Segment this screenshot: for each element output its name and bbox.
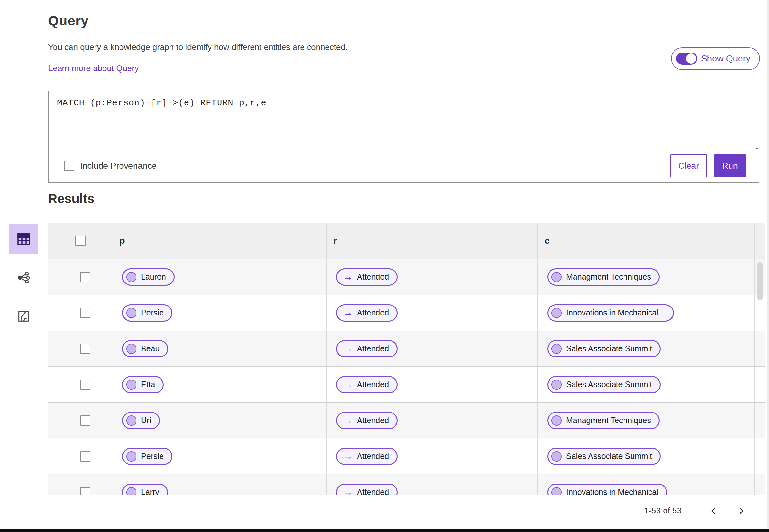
cell-r: → Attended [326, 295, 537, 331]
column-header-r[interactable]: r [326, 223, 537, 259]
row-checkbox[interactable] [80, 487, 90, 495]
entity-pill[interactable]: Managment Techniques [547, 268, 660, 286]
clear-button[interactable]: Clear [670, 154, 707, 177]
include-provenance-label: Include Provenance [80, 161, 157, 171]
row-checkbox[interactable] [80, 308, 90, 318]
row-checkbox[interactable] [80, 344, 90, 354]
cell-r: → Attended [326, 367, 537, 402]
table-row[interactable]: Lauren → Attended Managment Techniques [48, 259, 765, 295]
entity-node-icon [126, 272, 136, 282]
entity-node-icon [126, 344, 136, 354]
next-page-button[interactable] [734, 504, 748, 518]
query-panel: MATCH (p:Person)-[r]->(e) RETURN p,r,e I… [48, 91, 759, 183]
cell-p: Larry [112, 474, 326, 495]
relation-label: Attended [357, 344, 389, 353]
row-gutter [754, 474, 765, 495]
relation-arrow-icon: → [343, 308, 352, 318]
entity-label: Uri [141, 416, 151, 425]
show-query-toggle[interactable]: Show Query [671, 47, 760, 70]
entity-pill[interactable]: Lauren [122, 268, 175, 286]
toggle-switch-icon[interactable] [676, 53, 697, 65]
table-view-button[interactable] [9, 224, 38, 254]
cell-p: Persie [112, 295, 326, 331]
cell-p: Persie [112, 438, 326, 474]
row-checkbox[interactable] [80, 272, 90, 282]
entity-pill[interactable]: Sales Associate Summit [547, 376, 661, 393]
run-button[interactable]: Run [714, 154, 746, 177]
entity-pill[interactable]: Beau [122, 340, 168, 357]
entity-label: Persie [141, 452, 164, 461]
table-row[interactable]: Larry → Attended Innovations in Mechanic… [48, 474, 765, 495]
relation-pill[interactable]: → Attended [336, 448, 398, 465]
entity-pill[interactable]: Innovations in Mechanical... [547, 304, 674, 322]
entity-pill[interactable]: Uri [122, 412, 160, 429]
entity-node-icon [126, 308, 136, 318]
entity-pill[interactable]: Managment Techniques [547, 412, 660, 429]
entity-pill[interactable]: Larry [122, 484, 168, 495]
relation-pill[interactable]: → Attended [336, 484, 398, 495]
entity-pill[interactable]: Etta [122, 376, 164, 393]
table-row[interactable]: Beau → Attended Sales Associate Summit [48, 331, 765, 367]
results-table: p r e Lauren → Attended [48, 223, 765, 527]
query-panel-footer: Include Provenance Clear Run [49, 150, 759, 182]
table-row[interactable]: Etta → Attended Sales Associate Summit [48, 367, 765, 403]
entity-pill[interactable]: Innovations in Mechanical [547, 484, 667, 495]
pagination-range-label: 1-53 of 53 [644, 506, 682, 516]
relation-arrow-icon: → [343, 272, 352, 282]
entity-pill[interactable]: Sales Associate Summit [547, 448, 661, 465]
relation-arrow-icon: → [343, 380, 352, 390]
row-checkbox[interactable] [80, 451, 90, 462]
relation-label: Attended [357, 272, 389, 282]
entity-label: Etta [141, 380, 155, 389]
header-gutter [754, 223, 765, 259]
chart-icon [16, 309, 31, 323]
cell-r: → Attended [326, 474, 537, 495]
cell-p: Etta [112, 367, 326, 402]
toggle-knob [686, 53, 696, 64]
select-all-checkbox[interactable] [75, 236, 86, 246]
cell-e: Sales Associate Summit [537, 331, 754, 366]
previous-page-button[interactable] [707, 504, 721, 518]
row-checkbox[interactable] [80, 415, 90, 426]
entity-label: Beau [141, 344, 159, 353]
column-header-p[interactable]: p [112, 223, 326, 259]
table-row[interactable]: Persie → Attended Sales Associate Summit [48, 438, 765, 474]
table-row[interactable]: Uri → Attended Managment Techniques [48, 403, 765, 438]
relation-pill[interactable]: → Attended [336, 268, 398, 286]
relation-pill[interactable]: → Attended [336, 376, 398, 393]
relation-arrow-icon: → [343, 487, 352, 495]
cell-p: Uri [112, 403, 326, 438]
table-scrollbar-thumb[interactable] [757, 262, 763, 300]
column-header-e[interactable]: e [537, 223, 754, 259]
cell-r: → Attended [326, 259, 537, 295]
row-gutter [754, 403, 765, 438]
relation-pill[interactable]: → Attended [336, 304, 398, 322]
entity-label: Persie [141, 308, 164, 317]
entity-node-icon [552, 487, 562, 495]
row-gutter [754, 367, 765, 402]
query-page: Query You can query a knowledge graph to… [0, 0, 769, 532]
chart-view-button[interactable] [9, 301, 38, 331]
entity-node-icon [552, 415, 562, 426]
entity-pill[interactable]: Persie [122, 448, 172, 465]
entity-pill[interactable]: Persie [122, 304, 172, 322]
table-row[interactable]: Persie → Attended Innovations in Mechani… [48, 295, 765, 331]
window-bottom-edge [0, 529, 769, 532]
cell-r: → Attended [326, 331, 537, 366]
window-right-edge [767, 0, 769, 532]
graph-view-button[interactable] [9, 263, 38, 293]
relation-pill[interactable]: → Attended [336, 340, 398, 357]
pagination-bar: 1-53 of 53 [48, 495, 765, 527]
page-description: You can query a knowledge graph to ident… [48, 42, 348, 52]
cell-p: Lauren [112, 259, 326, 295]
include-provenance-checkbox[interactable] [64, 161, 74, 171]
row-checkbox-cell [48, 438, 112, 474]
entity-node-icon [126, 415, 136, 426]
entity-label: Managment Techniques [566, 416, 651, 425]
chevron-left-icon [709, 507, 718, 515]
relation-pill[interactable]: → Attended [336, 412, 398, 429]
learn-more-link[interactable]: Learn more about Query [48, 63, 139, 73]
row-checkbox[interactable] [80, 380, 90, 390]
query-input[interactable]: MATCH (p:Person)-[r]->(e) RETURN p,r,e [49, 91, 759, 149]
entity-pill[interactable]: Sales Associate Summit [547, 340, 661, 357]
